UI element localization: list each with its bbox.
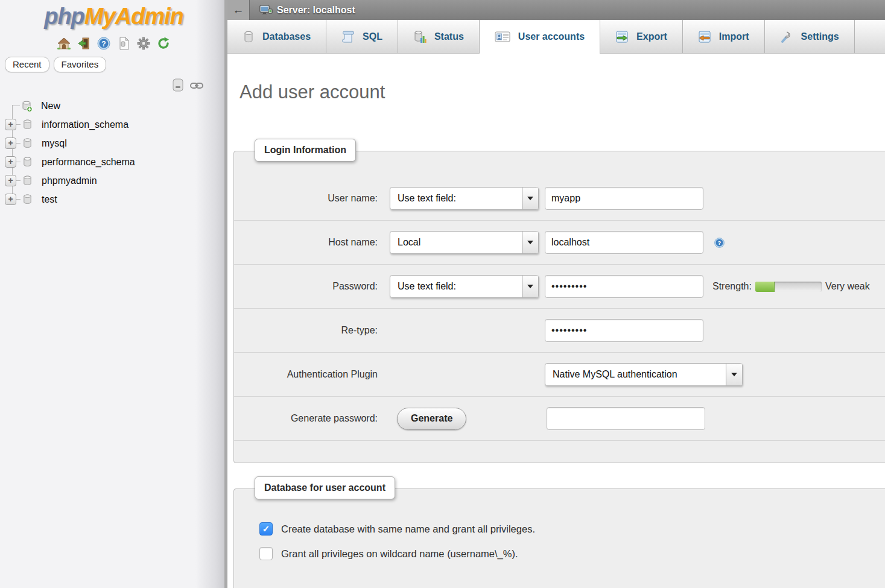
- status-icon: [413, 30, 427, 43]
- chevron-down-icon: [522, 276, 538, 297]
- server-breadcrumb-bar: ← Server: localhost: [227, 0, 885, 20]
- database-icon: [22, 194, 33, 205]
- sidebar-toolbar: ?: [0, 36, 227, 51]
- tab-label: Export: [636, 31, 667, 42]
- tab-export[interactable]: Export: [600, 20, 683, 53]
- tree-item-label: information_schema: [42, 119, 128, 130]
- favorite-tables-button[interactable]: Favorites: [54, 57, 107, 72]
- username-input[interactable]: [545, 187, 703, 210]
- login-information-fieldset: Login Information User name: Use text fi…: [233, 151, 885, 463]
- username-row: User name: Use text field:: [234, 177, 885, 221]
- grant-wildcard-checkbox[interactable]: [259, 547, 273, 560]
- generate-password-row: Generate password: Generate: [234, 397, 885, 441]
- tab-sql[interactable]: SQL: [326, 20, 398, 53]
- tab-settings[interactable]: Settings: [765, 20, 855, 53]
- tab-databases[interactable]: Databases: [227, 20, 326, 53]
- strength-label: Strength:: [712, 281, 752, 292]
- database-icon: [22, 138, 33, 149]
- hostname-label: Host name:: [234, 237, 378, 248]
- import-icon: [698, 30, 711, 43]
- tab-status[interactable]: Status: [398, 20, 480, 53]
- tab-label: Import: [719, 31, 749, 42]
- refresh-icon[interactable]: [156, 36, 171, 51]
- expand-icon[interactable]: +: [5, 156, 16, 168]
- tree-item-new-database[interactable]: New: [0, 96, 227, 115]
- svg-text:?: ?: [101, 40, 106, 48]
- tree-item-label: test: [42, 194, 57, 205]
- server-icon: [259, 5, 273, 16]
- database-for-user-fieldset: Database for user account ✓ Create datab…: [233, 488, 885, 588]
- username-label: User name:: [234, 193, 378, 204]
- tree-item-information-schema[interactable]: + information_schema: [0, 115, 227, 134]
- settings-wrench-icon: [780, 30, 793, 43]
- hostname-input[interactable]: [545, 231, 703, 254]
- generated-password-input[interactable]: [547, 407, 705, 430]
- strength-meter: [755, 282, 822, 292]
- grant-wildcard-label[interactable]: Grant all privileges on wildcard name (u…: [281, 548, 518, 560]
- create-database-checkbox[interactable]: ✓: [259, 522, 273, 536]
- password-strength: Strength: Very weak: [712, 281, 870, 292]
- back-arrow-button[interactable]: ←: [227, 0, 250, 20]
- tree-item-label: New: [41, 101, 60, 112]
- tree-item-label: performance_schema: [42, 157, 135, 168]
- username-type-select[interactable]: Use text field:: [390, 187, 539, 210]
- phpmyadmin-logo[interactable]: phpMyAdmin: [0, 4, 227, 30]
- password-type-select[interactable]: Use text field:: [390, 275, 539, 298]
- password-input[interactable]: [545, 275, 703, 298]
- tab-user-accounts[interactable]: User accounts: [480, 20, 600, 54]
- strength-value: Very weak: [825, 281, 870, 292]
- create-database-label[interactable]: Create database with same name and grant…: [281, 523, 535, 535]
- collapse-all-icon[interactable]: [171, 78, 185, 93]
- hostname-type-select[interactable]: Local: [390, 231, 539, 254]
- sql-icon: [341, 30, 355, 43]
- strength-fill: [755, 282, 775, 292]
- svg-text:?: ?: [718, 239, 722, 246]
- recent-tables-button[interactable]: Recent: [5, 57, 49, 72]
- retype-label: Re-type:: [234, 325, 378, 336]
- page-content: Add user account Login Information User …: [227, 54, 885, 588]
- link-panel-icon[interactable]: [190, 81, 203, 90]
- help-icon[interactable]: ?: [97, 36, 111, 51]
- hostname-row: Host name: Local ?: [234, 221, 885, 265]
- database-icon: [22, 156, 33, 168]
- database-for-user-legend: Database for user account: [255, 476, 395, 499]
- logo-myadmin-text: MyAdmin: [84, 4, 183, 29]
- tab-label: Status: [434, 31, 464, 42]
- login-information-legend: Login Information: [255, 139, 356, 162]
- generate-password-label: Generate password:: [234, 413, 378, 424]
- documentation-icon[interactable]: [116, 36, 131, 51]
- expand-icon[interactable]: +: [5, 175, 16, 186]
- create-database-option: ✓ Create database with same name and gra…: [259, 522, 885, 536]
- auth-plugin-label: Authentication Plugin: [234, 369, 378, 380]
- main-tab-bar: Databases SQL Status: [227, 20, 885, 54]
- retype-password-input[interactable]: [545, 319, 703, 342]
- chevron-down-icon: [522, 232, 538, 253]
- home-icon[interactable]: [57, 36, 71, 51]
- export-icon: [615, 30, 629, 43]
- auth-plugin-select[interactable]: Native MySQL authentication: [545, 363, 743, 386]
- tab-import[interactable]: Import: [683, 20, 765, 53]
- logout-icon[interactable]: [77, 36, 91, 51]
- tab-label: Settings: [801, 31, 839, 42]
- tree-item-label: phpmyadmin: [42, 175, 97, 186]
- expand-icon[interactable]: +: [5, 194, 16, 205]
- tree-item-test[interactable]: + test: [0, 190, 227, 209]
- tree-item-phpmyadmin[interactable]: + phpmyadmin: [0, 171, 227, 190]
- main-panel: ← Server: localhost Databases SQL: [227, 0, 885, 588]
- tree-item-performance-schema[interactable]: + performance_schema: [0, 153, 227, 171]
- retype-row: Re-type:: [234, 309, 885, 353]
- database-tree: New + information_schema + mysql + perfo…: [0, 96, 227, 209]
- grant-wildcard-option: Grant all privileges on wildcard name (u…: [259, 547, 885, 560]
- password-label: Password:: [234, 281, 378, 292]
- navigation-sidebar: phpMyAdmin ?: [0, 0, 227, 588]
- tree-item-mysql[interactable]: + mysql: [0, 134, 227, 153]
- hostname-help-icon[interactable]: ?: [714, 237, 725, 248]
- settings-icon[interactable]: [136, 36, 151, 51]
- expand-icon[interactable]: +: [5, 138, 16, 149]
- chevron-down-icon: [522, 188, 538, 209]
- expand-icon[interactable]: +: [5, 119, 16, 130]
- chevron-down-icon: [726, 364, 742, 385]
- generate-button[interactable]: Generate: [397, 408, 466, 430]
- database-icon: [22, 119, 33, 130]
- page-title: Add user account: [239, 81, 885, 103]
